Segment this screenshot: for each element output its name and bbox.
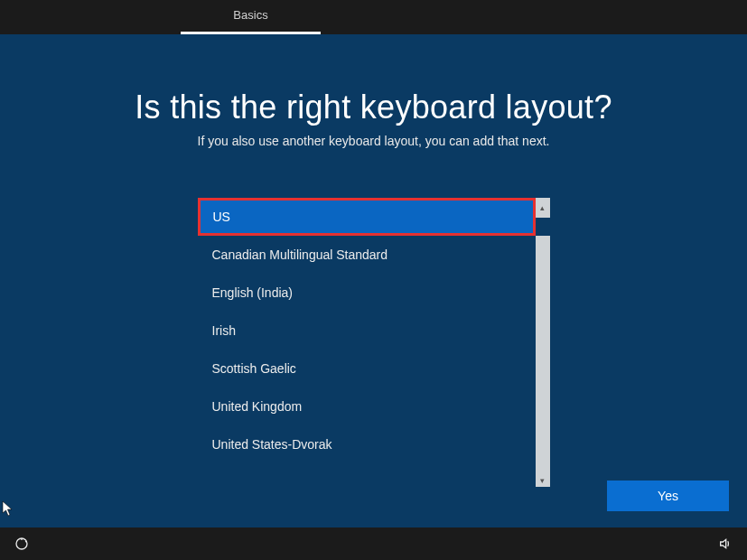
layout-label: United Kingdom — [212, 399, 303, 414]
layout-item[interactable]: United Kingdom — [198, 387, 536, 425]
scrollbar[interactable]: ▾ — [536, 236, 550, 487]
accessibility-icon[interactable] — [13, 535, 31, 553]
scroll-up-arrow[interactable]: ▴ — [536, 198, 550, 218]
yes-button-label: Yes — [658, 489, 678, 503]
top-bar: Basics — [0, 0, 747, 34]
keyboard-layout-list: US ▴ Canadian Multilingual Standard Engl… — [198, 198, 550, 487]
scroll-down-arrow[interactable]: ▾ — [540, 477, 545, 485]
layout-label: Scottish Gaelic — [212, 361, 296, 376]
layout-label: Irish — [212, 323, 236, 338]
layout-item[interactable]: Canadian Multilingual Standard — [198, 236, 536, 274]
page-title: Is this the right keyboard layout? — [0, 89, 747, 126]
tab-label: Basics — [233, 8, 267, 22]
layout-item[interactable]: Scottish Gaelic — [198, 350, 536, 387]
layout-label: English (India) — [212, 285, 294, 300]
layout-item[interactable]: English (India) — [198, 274, 536, 312]
layout-label: Canadian Multilingual Standard — [212, 247, 388, 262]
page-subtitle: If you also use another keyboard layout,… — [0, 134, 747, 148]
layout-item[interactable]: Irish — [198, 312, 536, 350]
main-content: Is this the right keyboard layout? If yo… — [0, 34, 747, 487]
yes-button[interactable]: Yes — [607, 481, 729, 511]
tab-basics[interactable]: Basics — [181, 0, 321, 34]
layout-item-selected[interactable]: US — [198, 198, 536, 236]
mouse-cursor-icon — [2, 500, 14, 520]
layout-label: US — [213, 210, 230, 224]
bottom-bar — [0, 527, 747, 560]
volume-icon[interactable] — [716, 535, 734, 553]
layout-item[interactable]: United States-Dvorak — [198, 425, 536, 463]
layout-label: United States-Dvorak — [212, 437, 332, 452]
